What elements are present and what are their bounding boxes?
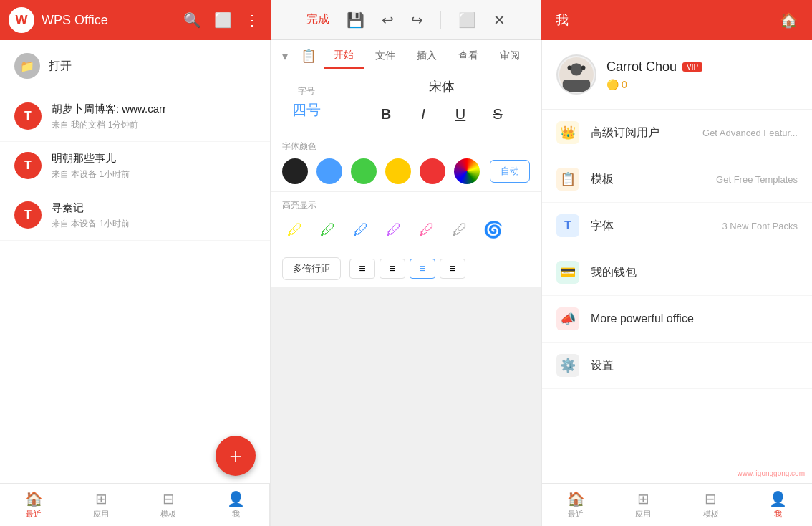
menu-item-powerful[interactable]: 📣 More powerful office xyxy=(542,296,812,343)
settings-icon: ⚙️ xyxy=(556,354,579,377)
avatar: T xyxy=(14,102,42,130)
user-coins: 🟡 0 xyxy=(606,79,798,90)
menu-item-fonts[interactable]: T 字体 3 New Font Packs xyxy=(542,203,812,249)
list-item[interactable]: T 明朝那些事儿 来自 本设备 1小时前 xyxy=(0,142,270,191)
folder-icon: 📁 xyxy=(14,53,40,79)
nav-item-templates[interactable]: ⊟ 模板 xyxy=(135,484,202,526)
auto-color-button[interactable]: 自动 xyxy=(490,160,530,183)
color-blue[interactable] xyxy=(316,158,342,184)
font-size-box: 字号 四号 xyxy=(271,72,342,133)
done-button[interactable]: 完成 xyxy=(306,12,329,27)
vip-text: VIP xyxy=(687,63,698,71)
wps-logo: W xyxy=(9,7,34,33)
align-justify-button[interactable]: ≡ xyxy=(440,259,465,279)
tab-review[interactable]: 审阅 xyxy=(490,44,530,68)
crown-icon: 👑 xyxy=(556,121,579,144)
strikethrough-button[interactable]: S xyxy=(482,101,513,127)
redo-icon[interactable]: ↪ xyxy=(411,11,423,29)
tab-clipboard-icon[interactable]: 📋 xyxy=(295,42,322,70)
menu-label: 设置 xyxy=(591,358,786,373)
italic-button[interactable]: I xyxy=(407,101,439,127)
bold-button[interactable]: B xyxy=(370,101,402,127)
right-panel: Carrot Chou VIP 🟡 0 👑 高级订阅用户 Get Advance… xyxy=(541,40,812,526)
highlight-label: 高亮显示 xyxy=(282,199,530,211)
fab-add-button[interactable]: ＋ xyxy=(216,436,256,476)
menu-value: 3 New Font Packs xyxy=(722,221,798,231)
templates-nav-icon: ⊟ xyxy=(163,490,175,507)
format-panel: 字号 四号 宋体 B I U S 字体颜色 xyxy=(271,72,541,287)
nav-item-profile[interactable]: 👤 我 xyxy=(202,484,269,526)
color-red[interactable] xyxy=(420,158,445,184)
highlight-multicolor[interactable]: 🌀 xyxy=(480,217,506,243)
nav-label: 应用 xyxy=(93,509,109,520)
menu-label: More powerful office xyxy=(591,312,786,325)
font-size-value[interactable]: 四号 xyxy=(292,100,321,120)
menu-list: 👑 高级订阅用户 Get Advanced Featur... 📋 模板 Get… xyxy=(542,110,812,483)
recent-list: T 胡萝卜周博客: www.carr 来自 我的文档 1分钟前 T 明朝那些事儿… xyxy=(0,92,270,440)
align-left-button[interactable]: ≡ xyxy=(349,259,375,279)
paragraph-row: 多倍行距 ≡ ≡ ≡ ≡ xyxy=(271,250,541,287)
menu-label: 模板 xyxy=(591,172,705,187)
font-family-box: 宋体 B I U S xyxy=(342,72,541,133)
menu-item-templates[interactable]: 📋 模板 Get Free Templates xyxy=(542,156,812,203)
top-bar-right: 我 🏠 xyxy=(541,0,812,40)
top-bar-center: 完成 💾 ↩ ↪ ⬜ ✕ xyxy=(271,0,541,40)
font-family-name[interactable]: 宋体 xyxy=(429,78,455,95)
align-center-button[interactable]: ≡ xyxy=(380,259,405,279)
copy-icon[interactable]: ⬜ xyxy=(211,9,235,32)
menu-item-wallet[interactable]: 💳 我的钱包 xyxy=(542,249,812,296)
home-icon: 🏠 xyxy=(567,490,585,507)
highlight-blue[interactable]: 🖊 xyxy=(348,217,374,243)
color-multicolor[interactable] xyxy=(454,158,480,184)
search-icon[interactable]: 🔍 xyxy=(180,9,204,32)
nav-item-apps[interactable]: ⊞ 应用 xyxy=(67,484,135,526)
highlight-pink[interactable]: 🖊 xyxy=(414,217,440,243)
list-item[interactable]: T 胡萝卜周博客: www.carr 来自 我的文档 1分钟前 xyxy=(0,92,270,142)
color-green[interactable] xyxy=(351,158,377,184)
nav-item-recent[interactable]: 🏠 最近 xyxy=(0,484,67,526)
align-right-button[interactable]: ≡ xyxy=(410,259,435,279)
line-spacing-button[interactable]: 多倍行距 xyxy=(282,257,341,280)
color-black[interactable] xyxy=(282,158,308,184)
highlight-purple[interactable]: 🖊 xyxy=(381,217,407,243)
home-icon[interactable]: 🏠 xyxy=(780,11,798,29)
save-icon[interactable]: 💾 xyxy=(347,11,364,29)
highlight-green[interactable]: 🖊 xyxy=(315,217,341,243)
nav-label: 最近 xyxy=(568,509,584,520)
tab-view[interactable]: 查看 xyxy=(448,44,488,68)
tab-file[interactable]: 文件 xyxy=(365,44,405,68)
list-item[interactable]: T 寻秦记 来自 本设备 1小时前 xyxy=(0,191,270,241)
nav-item-apps-right[interactable]: ⊞ 应用 xyxy=(609,484,677,526)
nav-item-profile-right[interactable]: 👤 我 xyxy=(745,484,812,526)
nav-label: 我 xyxy=(774,509,782,520)
close-icon[interactable]: ✕ xyxy=(493,11,506,29)
app-name: WPS Office xyxy=(42,13,173,28)
profile-nav-icon: 👤 xyxy=(227,490,245,507)
tab-insert[interactable]: 插入 xyxy=(407,44,447,68)
highlight-yellow[interactable]: 🖊 xyxy=(282,217,308,243)
nav-item-templates-right[interactable]: ⊟ 模板 xyxy=(677,484,745,526)
color-yellow[interactable] xyxy=(385,158,411,184)
tab-arrow[interactable]: ▾ xyxy=(276,44,294,69)
tab-start[interactable]: 开始 xyxy=(324,43,364,69)
top-bar: W WPS Office 🔍 ⬜ ⋮ 完成 💾 ↩ ↪ ⬜ ✕ 我 🏠 xyxy=(0,0,812,40)
watermark: www.ligonggong.com xyxy=(738,469,806,477)
menu-item-subscription[interactable]: 👑 高级订阅用户 Get Advanced Featur... xyxy=(542,110,812,156)
undo-icon[interactable]: ↩ xyxy=(382,11,394,29)
top-bar-left: W WPS Office 🔍 ⬜ ⋮ xyxy=(0,0,271,40)
underline-button[interactable]: U xyxy=(445,101,476,127)
format-row-font: 字号 四号 宋体 B I U S xyxy=(271,72,541,133)
menu-label: 高级订阅用户 xyxy=(591,125,691,140)
home-nav-icon: 🏠 xyxy=(25,490,43,507)
nav-item-recent-right[interactable]: 🏠 最近 xyxy=(542,484,609,526)
highlight-row: 🖊 🖊 🖊 🖊 🖊 🖊 🌀 xyxy=(282,217,530,243)
menu-item-settings[interactable]: ⚙️ 设置 xyxy=(542,343,812,389)
format-buttons: B I U S xyxy=(370,101,513,127)
more-icon[interactable]: ⋮ xyxy=(242,9,262,32)
font-size-label: 字号 xyxy=(298,85,315,97)
fullscreen-icon[interactable]: ⬜ xyxy=(458,11,476,29)
open-button[interactable]: 📁 打开 xyxy=(0,40,270,92)
nav-label: 模板 xyxy=(160,509,176,520)
template-icon: 📋 xyxy=(556,168,579,191)
highlight-gray[interactable]: 🖊 xyxy=(447,217,473,243)
